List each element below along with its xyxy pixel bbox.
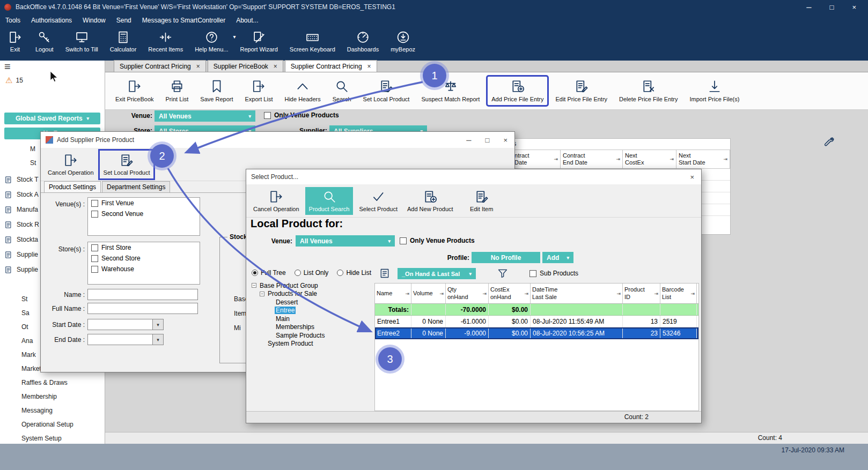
document-tab[interactable]: Supplier PriceBook × xyxy=(208,60,283,72)
store-checkbox-row[interactable]: First Store xyxy=(88,242,200,253)
tree-node[interactable]: − Base Product Group xyxy=(249,281,374,290)
only-venue-products-checkbox[interactable]: Only Venue Products xyxy=(264,111,339,119)
close-tab-icon[interactable]: × xyxy=(367,63,371,70)
profile-select[interactable]: No Profile xyxy=(472,252,540,263)
maximize-button[interactable]: □ xyxy=(830,3,834,11)
toolbar-button[interactable]: Logout ▾ xyxy=(33,29,56,54)
name-input[interactable] xyxy=(87,289,198,300)
sort-icon[interactable]: ⇥ xyxy=(524,291,528,296)
radio-option[interactable]: Full Tree xyxy=(252,269,286,277)
tree-node[interactable]: − Sample Products xyxy=(249,331,374,340)
pricebook-toolbar-button[interactable]: Edit Price File Entry xyxy=(551,77,611,105)
table-column-header[interactable]: Product ID ⇥ xyxy=(623,284,660,303)
table-row[interactable]: Entree1 0 None -61.0000 $0.00 08-Jul-202… xyxy=(375,316,698,327)
radio-option[interactable]: Hide List xyxy=(337,269,371,277)
enddate-select[interactable]: ▾ xyxy=(87,334,164,345)
sidebar-item[interactable]: Membership xyxy=(0,390,105,404)
grid-view-select[interactable]: _On Hand & Last Sal ▾ xyxy=(398,268,476,279)
pricebook-toolbar-button[interactable]: Add Price File Entry xyxy=(488,77,547,105)
close-tab-icon[interactable]: × xyxy=(196,63,200,70)
toolbar-button[interactable]: Calculator ▾ xyxy=(108,29,139,54)
tree-expand-icon[interactable]: − xyxy=(260,292,264,296)
menu-item[interactable]: About... xyxy=(236,17,258,24)
dialog-toolbar-button[interactable]: Edit Item xyxy=(459,187,504,215)
pricebook-toolbar-button[interactable]: Search xyxy=(329,77,355,105)
chevron-down-icon[interactable]: ▾ xyxy=(233,34,236,40)
profile-add-button[interactable]: Add ▾ xyxy=(542,252,573,263)
sort-icon[interactable]: ⇥ xyxy=(690,291,695,296)
table-row[interactable]: Entree2 0 None -9.0000 $0.00 08-Jul-2020… xyxy=(375,327,698,339)
pricebook-toolbar-button[interactable]: Hide Headers xyxy=(281,77,324,105)
filter-icon[interactable] xyxy=(497,268,508,279)
toolbar-button[interactable]: Recent Items ▾ xyxy=(146,29,185,54)
venue-checkbox-row[interactable]: Second Venue xyxy=(88,208,200,219)
only-venue-products-checkbox[interactable]: Only Venue Products xyxy=(400,237,475,244)
radio-option[interactable]: List Only xyxy=(295,269,329,277)
tree-node[interactable]: − Entree xyxy=(249,307,374,315)
sort-icon[interactable]: ⇥ xyxy=(405,291,409,296)
alert-counter[interactable]: ⚠ 15 xyxy=(5,76,23,85)
startdate-select[interactable]: ▾ xyxy=(87,319,164,330)
toolbar-button[interactable]: Exit ▾ xyxy=(4,29,26,54)
menu-item[interactable]: Send xyxy=(116,17,131,24)
toolbar-button[interactable]: Report Wizard ▾ xyxy=(238,29,280,54)
sort-icon[interactable]: ⇥ xyxy=(439,291,444,296)
chevron-down-icon[interactable]: ▾ xyxy=(153,319,164,330)
sidebar-item[interactable]: Messaging xyxy=(0,404,105,417)
document-tab[interactable]: Supplier Contract Pricing × xyxy=(114,60,206,72)
close-button[interactable]: × xyxy=(503,136,507,144)
table-column-header[interactable]: CostEx onHand ⇥ xyxy=(489,284,531,303)
menu-item[interactable]: Tools xyxy=(5,17,20,24)
tree-node[interactable]: − Memberships xyxy=(249,323,374,332)
minimize-button[interactable]: ─ xyxy=(806,3,811,11)
toolbar-button[interactable]: Screen Keyboard ▾ xyxy=(288,29,337,54)
dialog-toolbar-button[interactable]: Set Local Product xyxy=(100,151,154,178)
venue-select[interactable]: All Venues ▾ xyxy=(296,235,395,247)
fullname-input[interactable] xyxy=(87,303,198,314)
grid-column-header[interactable]: Next CostEx ⇥ xyxy=(623,150,676,168)
grid-column-header[interactable]: Next Start Date ⇥ xyxy=(676,150,730,168)
tree-node[interactable]: − Dessert xyxy=(249,298,374,307)
toolbar-button[interactable]: Switch to Till ▾ xyxy=(63,29,100,54)
venue-select[interactable]: All Venues ▾ xyxy=(155,110,255,122)
wrench-icon[interactable] xyxy=(823,137,835,148)
sub-products-checkbox[interactable]: Sub Products xyxy=(529,270,578,277)
dialog-toolbar-button[interactable]: Cancel Operation xyxy=(44,151,98,178)
table-column-header[interactable]: Name ⇥ xyxy=(375,284,411,303)
table-column-header[interactable]: Volume ⇥ xyxy=(411,284,446,303)
pricebook-toolbar-button[interactable]: Delete Price File Entry xyxy=(615,77,681,105)
table-column-header[interactable]: Barcode List ⇥ xyxy=(660,284,697,303)
report-icon[interactable] xyxy=(379,268,390,279)
sort-icon[interactable]: ⇥ xyxy=(554,156,558,162)
pricebook-toolbar-button[interactable]: Export List xyxy=(241,77,276,105)
sort-icon[interactable]: ⇥ xyxy=(616,156,620,162)
close-tab-icon[interactable]: × xyxy=(274,63,277,70)
tree-node[interactable]: − Main xyxy=(249,315,374,323)
table-column-header[interactable]: Qty onHand ⇥ xyxy=(446,284,489,303)
menu-item[interactable]: Messages to SmartController xyxy=(142,17,225,24)
dialog-tab[interactable]: Product Settings xyxy=(44,181,101,192)
menu-item[interactable]: Authorisations xyxy=(31,17,72,24)
global-saved-reports-button[interactable]: Global Saved Reports ▾ xyxy=(4,113,100,124)
toolbar-button[interactable]: Help Menu... ▾ xyxy=(193,29,230,54)
dialog-tab[interactable]: Department Settings xyxy=(102,181,170,192)
sidebar-item[interactable]: Operational Setup xyxy=(0,417,105,431)
sort-icon[interactable]: ⇥ xyxy=(723,156,727,162)
hamburger-icon[interactable]: ≡ xyxy=(4,61,11,73)
tree-node[interactable]: − System Product xyxy=(249,340,374,348)
pricebook-toolbar-button[interactable]: Set Local Product xyxy=(359,77,414,105)
store-checkbox-row[interactable]: Second Store xyxy=(88,253,200,264)
grid-column-header[interactable]: Contract End Date ⇥ xyxy=(561,150,623,168)
close-button[interactable]: × xyxy=(690,173,694,181)
store-checkbox-row[interactable]: Warehouse xyxy=(88,264,200,274)
dialog-toolbar-button[interactable]: Product Search xyxy=(305,187,354,215)
pricebook-toolbar-button[interactable]: Print List xyxy=(162,77,193,105)
pricebook-toolbar-button[interactable]: Import Price File(s) xyxy=(686,77,744,105)
chevron-down-icon[interactable]: ▾ xyxy=(153,334,164,345)
dialog-toolbar-button[interactable]: Add New Product xyxy=(403,187,457,215)
grid-column-header[interactable]: ontract t Date ⇥ xyxy=(509,150,561,168)
sidebar-item[interactable]: Raffles & Draws xyxy=(0,376,105,390)
pricebook-toolbar-button[interactable]: Suspect Match Report xyxy=(417,77,483,105)
dialog-toolbar-button[interactable]: Cancel Operation xyxy=(249,187,303,215)
sort-icon[interactable]: ⇥ xyxy=(482,291,487,296)
